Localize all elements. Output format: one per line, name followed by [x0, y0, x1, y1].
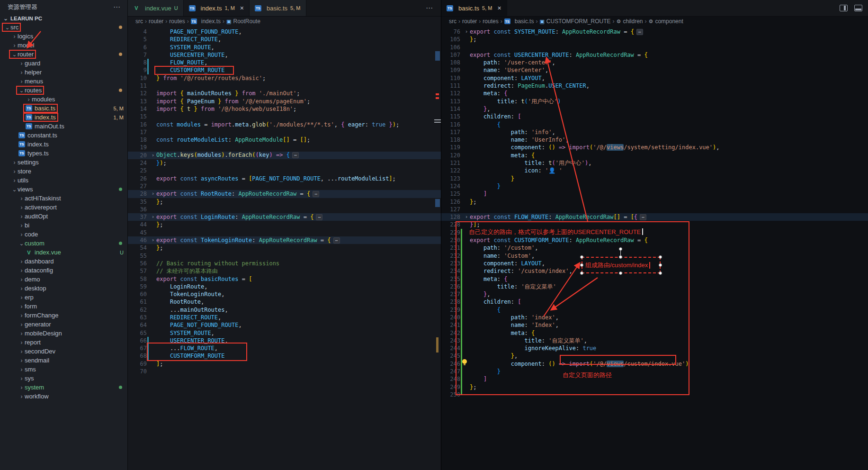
- tree-item-src[interactable]: ⌄src: [0, 23, 127, 32]
- tab-index.vue[interactable]: Vindex.vueU: [128, 0, 184, 16]
- tab-basic.ts[interactable]: TSbasic.ts5, M: [250, 0, 306, 16]
- tree-item-mainOut.ts[interactable]: TSmainOut.ts: [0, 122, 127, 131]
- fold-chevron-icon[interactable]: ›: [463, 28, 470, 36]
- code-line[interactable]: 229: [441, 229, 868, 236]
- code-line[interactable]: 250: [441, 391, 868, 398]
- code-line[interactable]: 245 },: [441, 352, 868, 360]
- tree-item-logics[interactable]: ›logics: [0, 32, 127, 41]
- tree-item-erp[interactable]: ›erp: [0, 293, 127, 302]
- code-line[interactable]: 6 SYSTEM_ROUTE,: [128, 44, 441, 51]
- code-line[interactable]: 125 ]: [441, 190, 868, 198]
- tree-item-sms[interactable]: ›sms: [0, 365, 127, 374]
- tree-item-modules[interactable]: ›modules: [0, 95, 127, 104]
- code-line[interactable]: 60 TokenLoginRoute,: [128, 290, 441, 298]
- code-line[interactable]: 122 icon: '👤 ': [441, 167, 868, 174]
- folded-code-ellipsis[interactable]: ⋯: [640, 214, 646, 220]
- code-line[interactable]: 44};: [128, 221, 441, 228]
- code-line[interactable]: 247 }: [441, 368, 868, 375]
- tree-item-form[interactable]: ›form: [0, 302, 127, 311]
- code-line[interactable]: 27: [128, 182, 441, 190]
- code-line[interactable]: 106: [441, 44, 868, 51]
- code-line[interactable]: 4 PAGE_NOT_FOUND_ROUTE,: [128, 28, 441, 36]
- tree-item-code[interactable]: ›code: [0, 230, 127, 239]
- code-line[interactable]: 237 },: [441, 290, 868, 298]
- code-line[interactable]: 246 component: () => import('/@/views/cu…: [441, 360, 868, 368]
- tree-item-views[interactable]: ⌄views: [0, 185, 127, 194]
- code-line[interactable]: 54};: [128, 244, 441, 252]
- code-line[interactable]: 115 children: [: [441, 113, 868, 120]
- code-line[interactable]: 10} from '/@/router/routes/basic';: [128, 74, 441, 82]
- split-editor-icon[interactable]: [840, 5, 848, 11]
- code-line[interactable]: 57// 未经许可的基本路由: [128, 267, 441, 275]
- breadcrumb-item-router[interactable]: router: [462, 18, 477, 25]
- close-icon[interactable]: ×: [497, 5, 501, 11]
- code-line[interactable]: 109 name: 'UserCenter',: [441, 66, 868, 74]
- code-line[interactable]: 19: [128, 144, 441, 151]
- breadcrumb-item-src[interactable]: src: [449, 18, 456, 25]
- code-line[interactable]: 36: [128, 206, 441, 213]
- code-line[interactable]: 112 meta: {: [441, 90, 868, 97]
- code-line[interactable]: 12import { mainOutRoutes } from './mainO…: [128, 90, 441, 97]
- code-line[interactable]: 61 RootRoute,: [128, 298, 441, 306]
- code-line[interactable]: 231 path: '/custom',: [441, 244, 868, 252]
- code-line[interactable]: 63 REDIRECT_ROUTE,: [128, 314, 441, 321]
- code-line[interactable]: 13import { PageEnum } from '/@/enums/pag…: [128, 98, 441, 105]
- code-line[interactable]: 37›export const LoginRoute: AppRouteReco…: [128, 213, 441, 221]
- tree-item-formChange[interactable]: ›formChange: [0, 311, 127, 320]
- fold-chevron-icon[interactable]: ›: [150, 236, 156, 244]
- tree-item-index.vue[interactable]: Vindex.vueU: [0, 248, 127, 257]
- tree-item-auditOpt[interactable]: ›auditOpt: [0, 212, 127, 221]
- tree-item-store[interactable]: ›store: [0, 167, 127, 176]
- code-right[interactable]: 76›export const SYSTEM_ROUTE: AppRouteRe…: [441, 26, 868, 470]
- code-line[interactable]: 230export const CUSTOMFORM_ROUTE: AppRou…: [441, 236, 868, 244]
- tree-item-dashboard[interactable]: ›dashboard: [0, 257, 127, 266]
- tree-item-index.ts[interactable]: TSindex.ts1, M: [0, 113, 127, 122]
- tree-item-demo[interactable]: ›demo: [0, 275, 127, 284]
- tree-item-model[interactable]: ›model: [0, 41, 127, 50]
- tree-item-routes[interactable]: ⌄routes: [0, 86, 127, 95]
- code-line[interactable]: 20›Object.keys(modules).forEach((key) =>…: [128, 152, 441, 159]
- breadcrumb-item-src[interactable]: src: [135, 18, 143, 25]
- code-line[interactable]: 120 meta: {: [441, 152, 868, 159]
- code-line[interactable]: 240 path: 'index',: [441, 314, 868, 321]
- tree-item-basic.ts[interactable]: TSbasic.ts5, M: [0, 104, 127, 113]
- tree-item-bi[interactable]: ›bi: [0, 221, 127, 230]
- tree-item-index.ts[interactable]: TSindex.ts: [0, 140, 127, 149]
- code-line[interactable]: 35};: [128, 198, 441, 206]
- code-line[interactable]: 5 REDIRECT_ROUTE,: [128, 36, 441, 43]
- breadcrumb-item-CUSTOMFORM_ROUTE[interactable]: ▣CUSTOMFORM_ROUTE: [539, 18, 610, 25]
- code-line[interactable]: 59 LoginRoute,: [128, 283, 441, 290]
- more-actions-icon[interactable]: ⋯: [113, 3, 121, 11]
- code-line[interactable]: 232 name: 'Custom',: [441, 252, 868, 260]
- code-line[interactable]: 70: [128, 368, 441, 375]
- fold-chevron-icon[interactable]: ›: [150, 213, 156, 221]
- code-line[interactable]: 124 }: [441, 182, 868, 190]
- code-line[interactable]: 242 meta: {: [441, 329, 868, 337]
- code-line[interactable]: 105};: [441, 36, 868, 43]
- code-mid[interactable]: 4 PAGE_NOT_FOUND_ROUTE,5 REDIRECT_ROUTE,…: [128, 26, 441, 470]
- code-line[interactable]: 111 redirect: PageEnum.USER_CENTER,: [441, 82, 868, 90]
- code-line[interactable]: 121 title: t('用户中心'),: [441, 159, 868, 167]
- code-line[interactable]: 128›export const FLOW_ROUTE: AppRouteRec…: [441, 213, 868, 221]
- code-line[interactable]: 76›export const SYSTEM_ROUTE: AppRouteRe…: [441, 28, 868, 36]
- breadcrumb-item-component[interactable]: ⚙component: [649, 18, 683, 25]
- code-line[interactable]: 68 CUSTOMFORM_ROUTE: [128, 352, 441, 360]
- tree-item-helper[interactable]: ›helper: [0, 68, 127, 77]
- code-line[interactable]: 69];: [128, 360, 441, 368]
- code-line[interactable]: 110 component: LAYOUT,: [441, 74, 868, 82]
- folded-code-ellipsis[interactable]: ⋯: [636, 29, 643, 35]
- code-line[interactable]: 45: [128, 229, 441, 236]
- code-line[interactable]: 67 ...FLOW_ROUTE,: [128, 344, 441, 352]
- fold-chevron-icon[interactable]: ›: [150, 152, 156, 159]
- code-line[interactable]: 46›export const TokenLoginRoute: AppRout…: [128, 236, 441, 244]
- code-line[interactable]: 62 ...mainOutRoutes,: [128, 306, 441, 314]
- code-line[interactable]: 248 ]: [441, 375, 868, 383]
- code-line[interactable]: 243 title: '自定义菜单',: [441, 337, 868, 344]
- tree-item-report[interactable]: ›report: [0, 338, 127, 347]
- tree-item-activereport[interactable]: ›activereport: [0, 203, 127, 212]
- code-line[interactable]: 238 children: [: [441, 298, 868, 306]
- tree-item-settings[interactable]: ›settings: [0, 158, 127, 167]
- code-line[interactable]: 56// Basic routing without permissions: [128, 260, 441, 267]
- code-line[interactable]: 7 USERCENTER_ROUTE,: [128, 51, 441, 59]
- tree-item-sendmail[interactable]: ›sendmail: [0, 356, 127, 365]
